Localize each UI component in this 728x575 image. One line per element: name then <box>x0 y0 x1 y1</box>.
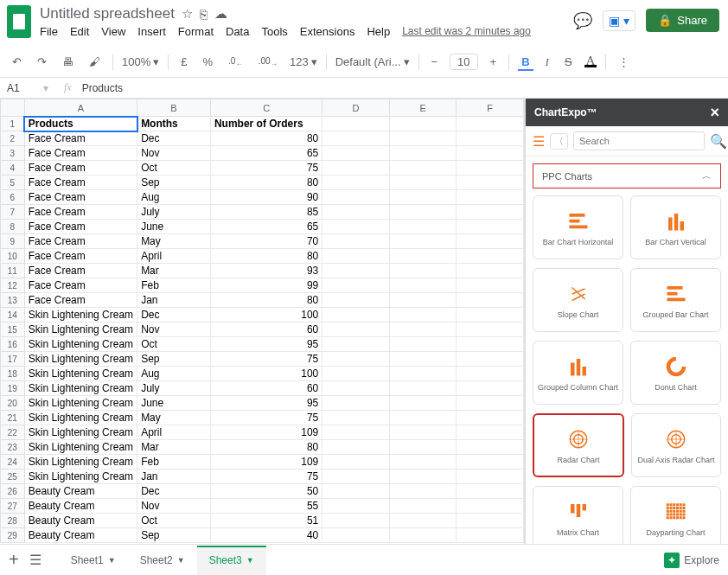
cell[interactable]: Skin Lightening Cream <box>24 425 137 440</box>
cell[interactable]: Beauty Cream <box>24 484 137 499</box>
cell[interactable]: 85 <box>210 205 322 220</box>
cell[interactable]: Sep <box>137 352 211 367</box>
row-header[interactable]: 12 <box>1 278 25 293</box>
cell[interactable]: Skin Lightening Cream <box>24 323 137 337</box>
cell[interactable]: Face Cream <box>24 146 137 161</box>
row-header[interactable]: 29 <box>1 528 25 543</box>
cell[interactable]: 75 <box>210 411 322 425</box>
col-header[interactable]: C <box>210 99 322 117</box>
cell[interactable] <box>322 514 390 528</box>
redo-icon[interactable]: ↷ <box>34 54 50 70</box>
dec-decimal-button[interactable]: .0← <box>225 54 246 70</box>
cell[interactable]: 65 <box>210 220 322 234</box>
cell[interactable]: 100 <box>210 367 322 381</box>
cell[interactable]: Face Cream <box>24 278 137 293</box>
cell[interactable] <box>389 264 457 278</box>
chart-card[interactable]: Grouped Column Chart <box>533 341 623 405</box>
row-header[interactable]: 22 <box>1 425 25 440</box>
cell[interactable]: Feb <box>137 278 211 293</box>
cell[interactable] <box>457 367 524 381</box>
row-header[interactable]: 14 <box>1 308 25 323</box>
cell[interactable] <box>457 264 524 278</box>
cell[interactable]: Sep <box>137 176 211 190</box>
cell[interactable] <box>389 293 457 308</box>
chart-card[interactable]: Dayparting Chart <box>630 486 721 544</box>
cell[interactable] <box>457 381 524 396</box>
chart-card[interactable]: Grouped Bar Chart <box>630 268 721 332</box>
row-header[interactable]: 23 <box>1 440 25 455</box>
cell[interactable] <box>457 249 524 264</box>
cell[interactable] <box>322 220 390 234</box>
col-header[interactable]: B <box>137 99 211 117</box>
cell[interactable] <box>457 470 524 484</box>
cell[interactable]: June <box>137 220 211 234</box>
more-formats-dropdown[interactable]: 123 ▾ <box>290 55 317 68</box>
sheet-tab[interactable]: Sheet2 ▼ <box>128 546 197 575</box>
cell[interactable]: 60 <box>210 381 322 396</box>
cell[interactable] <box>389 337 457 352</box>
italic-button[interactable]: I <box>542 54 552 71</box>
cell[interactable]: Feb <box>137 455 211 470</box>
cell[interactable] <box>389 117 457 131</box>
col-header[interactable]: D <box>322 99 390 117</box>
cell[interactable] <box>457 293 524 308</box>
share-button[interactable]: 🔒 Share <box>646 9 719 32</box>
cell[interactable] <box>322 205 390 220</box>
cell[interactable]: May <box>137 411 211 425</box>
cell[interactable] <box>389 528 457 543</box>
cell[interactable]: 80 <box>210 131 322 146</box>
cell[interactable] <box>322 278 390 293</box>
cell[interactable]: 99 <box>210 278 322 293</box>
cell[interactable] <box>457 234 524 249</box>
cell[interactable]: Nov <box>137 323 211 337</box>
menu-file[interactable]: File <box>40 25 58 38</box>
cell[interactable] <box>457 308 524 323</box>
strike-button[interactable]: S <box>561 54 576 70</box>
cell[interactable]: 100 <box>210 308 322 323</box>
close-icon[interactable]: × <box>710 104 719 122</box>
toolbar-more-icon[interactable]: ⋮ <box>615 54 633 70</box>
bold-button[interactable]: B <box>518 54 533 71</box>
cell[interactable]: 50 <box>210 484 322 499</box>
cell[interactable]: 109 <box>210 425 322 440</box>
row-header[interactable]: 24 <box>1 455 25 470</box>
cell[interactable] <box>322 381 390 396</box>
font-size[interactable]: 10 <box>450 54 477 70</box>
cell[interactable]: 109 <box>210 455 322 470</box>
sheet-tab[interactable]: Sheet1 ▼ <box>59 546 128 575</box>
cell[interactable]: Face Cream <box>24 249 137 264</box>
cell[interactable] <box>322 293 390 308</box>
all-sheets-icon[interactable]: ☰ <box>29 552 42 568</box>
cell[interactable] <box>457 337 524 352</box>
cell[interactable]: 80 <box>210 176 322 190</box>
cell[interactable]: 95 <box>210 396 322 411</box>
chart-card[interactable]: Donut Chart <box>630 341 721 405</box>
cell[interactable]: Skin Lightening Cream <box>24 396 137 411</box>
cell[interactable] <box>457 455 524 470</box>
cell[interactable]: July <box>137 381 211 396</box>
cell[interactable] <box>322 425 390 440</box>
cell[interactable] <box>389 205 457 220</box>
last-edit-link[interactable]: Last edit was 2 minutes ago <box>402 25 531 38</box>
cell[interactable]: Beauty Cream <box>24 514 137 528</box>
cell[interactable] <box>322 367 390 381</box>
cloud-icon[interactable]: ☁ <box>214 6 227 22</box>
spreadsheet-grid[interactable]: ABCDEF 1ProductsMonthsNumber of Orders2F… <box>0 99 524 543</box>
cell[interactable] <box>389 323 457 337</box>
cell[interactable] <box>322 264 390 278</box>
cell[interactable]: 75 <box>210 352 322 367</box>
inc-decimal-button[interactable]: .00→ <box>255 54 281 70</box>
row-header[interactable]: 18 <box>1 367 25 381</box>
cell[interactable] <box>322 323 390 337</box>
cell[interactable] <box>389 352 457 367</box>
undo-icon[interactable]: ↶ <box>9 54 25 70</box>
cell[interactable]: 93 <box>210 264 322 278</box>
cell[interactable]: Skin Lightening Cream <box>24 411 137 425</box>
row-header[interactable]: 28 <box>1 514 25 528</box>
add-sheet-button[interactable]: + <box>9 550 19 570</box>
cell[interactable]: Face Cream <box>24 205 137 220</box>
row-header[interactable]: 25 <box>1 470 25 484</box>
menu-extensions[interactable]: Extensions <box>300 25 355 38</box>
col-header[interactable]: F <box>457 99 524 117</box>
explore-button[interactable]: ✦ Explore <box>664 553 719 568</box>
